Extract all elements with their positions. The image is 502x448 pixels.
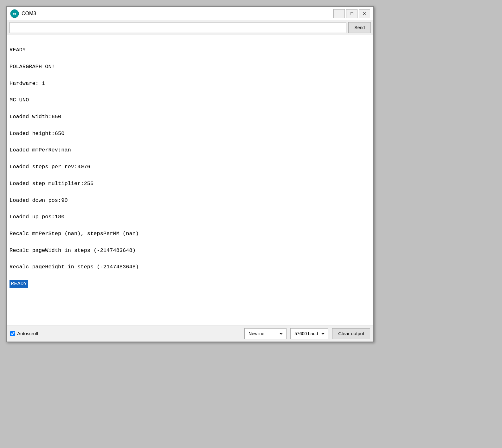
newline-select[interactable]: NewlineNo line endingCarriage returnBoth… — [247, 331, 284, 336]
baud-rate-dropdown[interactable]: 300 baud1200 baud2400 baud4800 baud9600 … — [290, 328, 328, 339]
output-line: POLARGRAPH ON! — [10, 63, 372, 71]
output-line: Recalc pageHeight in steps (-2147483648) — [10, 263, 372, 271]
window-controls: — □ ✕ — [333, 9, 370, 18]
output-line: Loaded height:650 — [10, 130, 372, 138]
arduino-serial-monitor-window: ∞ COM3 — □ ✕ Send READYPOLARGRAPH ON!Har… — [6, 6, 374, 342]
output-line: READY — [10, 46, 372, 54]
window-title: COM3 — [22, 11, 333, 16]
minimize-button[interactable]: — — [333, 9, 345, 18]
baud-select[interactable]: 300 baud1200 baud2400 baud4800 baud9600 … — [293, 331, 325, 336]
restore-button[interactable]: □ — [346, 9, 357, 18]
output-line: Recalc pageWidth in steps (-2147483648) — [10, 246, 372, 255]
svg-text:∞: ∞ — [13, 11, 16, 16]
output-line: Loaded mmPerRev:nan — [10, 146, 372, 154]
send-bar: Send — [7, 20, 373, 35]
clear-output-button[interactable]: Clear output — [332, 328, 370, 339]
newline-dropdown[interactable]: NewlineNo line endingCarriage returnBoth… — [244, 328, 286, 339]
serial-send-input[interactable] — [10, 22, 346, 33]
output-line: Loaded width:650 — [10, 113, 372, 121]
output-line: Recalc mmPerStep (nan), stepsPerMM (nan) — [10, 230, 372, 238]
autoscroll-label[interactable]: Autoscroll — [10, 331, 38, 336]
output-line: MC_UNO — [10, 96, 372, 104]
output-line: Loaded steps per rev:4076 — [10, 163, 372, 171]
serial-output-area[interactable]: READYPOLARGRAPH ON!Hardware: 1MC_UNOLoad… — [7, 35, 373, 325]
title-bar: ∞ COM3 — □ ✕ — [7, 7, 373, 20]
output-line: Loaded step multiplier:255 — [10, 180, 372, 188]
output-line: Loaded up pos:180 — [10, 213, 372, 221]
autoscroll-checkbox[interactable] — [10, 331, 15, 336]
status-bar: Autoscroll NewlineNo line endingCarriage… — [7, 325, 373, 342]
output-line: Hardware: 1 — [10, 80, 372, 88]
arduino-logo-icon: ∞ — [10, 9, 19, 18]
send-button[interactable]: Send — [348, 22, 371, 33]
output-line: Loaded down pos:90 — [10, 196, 372, 205]
close-button[interactable]: ✕ — [359, 9, 370, 18]
output-line: READY — [10, 280, 28, 288]
autoscroll-text: Autoscroll — [17, 331, 38, 336]
